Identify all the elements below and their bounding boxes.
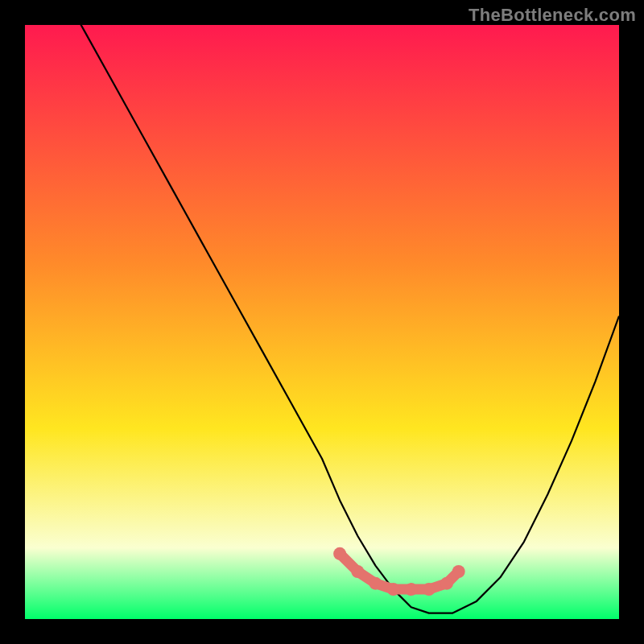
optimal-zone-dot: [405, 583, 418, 596]
watermark-text: TheBottleneck.com: [469, 5, 636, 26]
optimal-zone-dot: [333, 547, 346, 560]
optimal-zone-dot: [423, 583, 436, 596]
optimal-zone-dot: [369, 577, 382, 590]
optimal-zone-dot: [452, 565, 465, 578]
chart-svg: [0, 0, 644, 644]
optimal-zone-dot: [440, 577, 453, 590]
chart-stage: TheBottleneck.com: [0, 0, 644, 644]
optimal-zone-dot: [387, 583, 400, 596]
optimal-zone-dot: [351, 565, 364, 578]
